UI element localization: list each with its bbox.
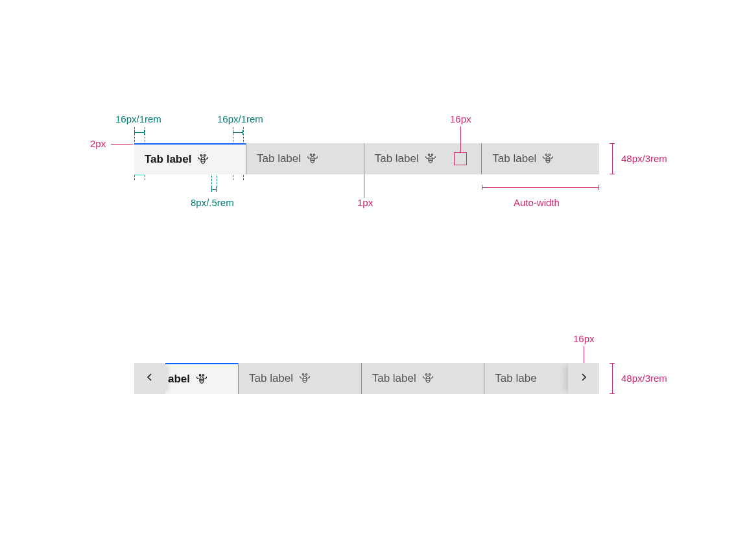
svg-point-11 bbox=[546, 156, 550, 163]
tab-label: Tab labe bbox=[495, 372, 536, 385]
svg-point-13 bbox=[202, 375, 204, 377]
tab-label: Tab label bbox=[257, 152, 301, 165]
scroll-right-button[interactable] bbox=[568, 363, 599, 394]
svg-point-18 bbox=[425, 374, 427, 376]
tab-3[interactable]: Tab label bbox=[364, 143, 482, 174]
svg-point-3 bbox=[310, 154, 312, 156]
annot-gap-label: 8px/.5rem bbox=[191, 197, 234, 208]
svg-point-7 bbox=[431, 154, 433, 156]
svg-point-10 bbox=[549, 154, 551, 156]
svg-point-1 bbox=[204, 155, 206, 157]
annot-icon-label-1: 16px bbox=[450, 113, 471, 124]
tab-label: Tab label bbox=[492, 152, 536, 165]
svg-point-16 bbox=[305, 374, 307, 376]
annot-pad-right-label: 16px/1rem bbox=[217, 113, 263, 124]
annot-height-1 bbox=[610, 143, 615, 174]
tab-label: Tab label bbox=[372, 372, 416, 385]
annot-border-top-label: 2px bbox=[90, 138, 106, 149]
annot-autowidth bbox=[482, 185, 599, 190]
svg-point-2 bbox=[201, 157, 205, 163]
chevron-left-icon bbox=[145, 372, 155, 385]
tab-label: Tab label bbox=[375, 152, 419, 165]
annot-divider-label: 1px bbox=[357, 197, 373, 208]
svg-point-5 bbox=[311, 156, 314, 163]
svg-point-15 bbox=[302, 374, 304, 376]
tab-4[interactable]: Tab label bbox=[481, 143, 599, 174]
tab-2[interactable]: Tab label bbox=[246, 143, 364, 174]
annot-autowidth-label: Auto-width bbox=[514, 197, 560, 208]
annot-icon-label-2: 16px bbox=[573, 333, 595, 344]
annot-height-2-label: 48px/3rem bbox=[621, 373, 667, 384]
tab-label: abel bbox=[168, 373, 190, 386]
svg-point-19 bbox=[429, 374, 431, 376]
tab-1[interactable]: Tab label bbox=[134, 143, 246, 174]
tabs-spec-default: Tab label Tab label Tab label bbox=[134, 143, 599, 174]
svg-point-0 bbox=[201, 155, 203, 157]
bee-icon bbox=[195, 373, 208, 386]
annot-pad-left bbox=[131, 130, 148, 135]
tab-scroll-1[interactable]: abel bbox=[165, 363, 238, 394]
bee-icon bbox=[306, 152, 319, 165]
bee-icon bbox=[196, 153, 209, 166]
tab-scroll-3[interactable]: Tab label bbox=[361, 363, 484, 394]
chevron-right-icon bbox=[578, 372, 589, 385]
svg-point-9 bbox=[546, 154, 548, 156]
svg-point-17 bbox=[303, 376, 307, 382]
tabs-spec-scrollable: abel Tab label Tab label bbox=[134, 363, 599, 394]
svg-point-20 bbox=[426, 376, 430, 382]
svg-point-12 bbox=[199, 375, 201, 377]
tab-label: Tab label bbox=[249, 372, 293, 385]
scroll-left-button[interactable] bbox=[134, 363, 165, 394]
tab-label: Tab label bbox=[145, 153, 191, 166]
bee-icon bbox=[421, 372, 434, 385]
annot-gap bbox=[211, 187, 217, 192]
svg-point-14 bbox=[200, 377, 204, 383]
svg-point-4 bbox=[313, 154, 315, 156]
annot-pad-left-label: 16px/1rem bbox=[115, 113, 161, 124]
annot-height-2 bbox=[610, 363, 615, 394]
tab-scroll-2[interactable]: Tab label bbox=[238, 363, 361, 394]
svg-point-6 bbox=[428, 154, 430, 156]
svg-point-8 bbox=[429, 156, 433, 163]
bee-icon bbox=[541, 152, 554, 165]
bee-icon bbox=[298, 372, 311, 385]
bee-icon bbox=[424, 152, 437, 165]
annot-border-top-leader bbox=[111, 144, 133, 145]
annot-icon-leader-1 bbox=[460, 126, 461, 152]
annot-divider-leader bbox=[364, 174, 364, 198]
annot-pad-right bbox=[233, 130, 243, 135]
annot-height-1-label: 48px/3rem bbox=[621, 153, 667, 164]
